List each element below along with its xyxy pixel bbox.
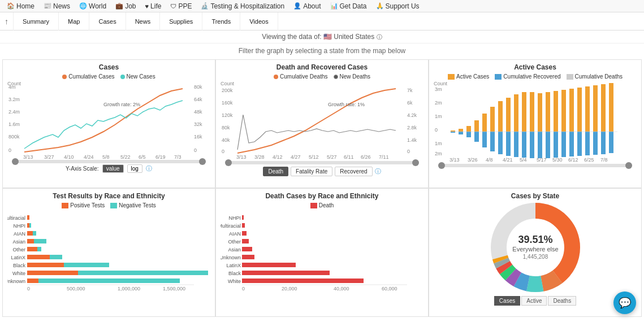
home-icon: 🏠 <box>7 2 15 10</box>
death-svg: Count 200k 160k 120k 80k 40k 0 7k 6k 4.2… <box>221 81 424 160</box>
news-icon: 📰 <box>44 2 51 10</box>
svg-rect-123 <box>27 279 38 283</box>
positive-tests-rect <box>62 203 68 208</box>
svg-text:4/10: 4/10 <box>64 154 74 160</box>
new-deaths-label: New Deaths <box>340 73 370 80</box>
cases-slider-left[interactable] <box>12 158 19 165</box>
cases-chart-title: Cases <box>7 63 210 71</box>
svg-text:120k: 120k <box>222 112 233 118</box>
svg-text:1,500,000: 1,500,000 <box>163 286 185 291</box>
svg-rect-129 <box>50 255 62 259</box>
cases-tab[interactable]: Cases <box>494 296 520 306</box>
svg-rect-92 <box>593 132 598 155</box>
svg-text:200k: 200k <box>222 88 233 93</box>
svg-text:3.2m: 3.2m <box>8 97 20 102</box>
svg-text:6/25: 6/25 <box>584 157 594 163</box>
fatality-rate-button[interactable]: Fatality Rate <box>291 167 332 176</box>
sub-news[interactable]: News <box>126 12 161 31</box>
deaths-tab[interactable]: Deaths <box>548 296 576 306</box>
race-test-chart-panel: Test Results by Race and Ethnicity Posit… <box>2 188 215 317</box>
active-tab[interactable]: Active <box>521 296 547 306</box>
nav-support[interactable]: 🙏 Support Us <box>371 0 424 12</box>
svg-rect-86 <box>546 132 550 158</box>
svg-text:Multiracial: Multiracial <box>221 223 241 229</box>
cumulative-recovered-rect <box>495 74 502 80</box>
svg-rect-82 <box>514 132 518 157</box>
svg-text:0: 0 <box>194 147 197 153</box>
scale-log-button[interactable]: log <box>127 164 142 173</box>
svg-text:0: 0 <box>242 286 245 291</box>
negative-tests-label: Negative Tests <box>119 202 155 208</box>
scroll-up-button[interactable]: ↑ <box>0 12 14 31</box>
svg-text:32k: 32k <box>194 121 202 127</box>
death-slider[interactable] <box>225 161 419 164</box>
svg-text:0: 0 <box>27 286 30 291</box>
nav-home[interactable]: 🏠 Home <box>2 0 39 12</box>
svg-rect-70 <box>585 86 590 132</box>
svg-rect-153 <box>242 263 296 267</box>
sub-videos[interactable]: Videos <box>240 12 278 31</box>
active-chart-panel: Active Cases Active Cases Cumulative Rec… <box>429 59 642 188</box>
sub-map-label: Map <box>68 18 80 25</box>
scale-value-button[interactable]: value <box>102 164 124 173</box>
svg-text:20,000: 20,000 <box>282 286 297 291</box>
death-slider-left[interactable] <box>225 159 232 166</box>
sub-trends[interactable]: Trends <box>202 12 240 31</box>
nav-life[interactable]: ♥ Life <box>141 0 166 12</box>
sub-cases[interactable]: Cases <box>89 12 126 31</box>
svg-rect-147 <box>242 215 244 220</box>
svg-rect-148 <box>242 223 245 228</box>
nav-testing[interactable]: 🔬 Testing & Hospitalization <box>196 0 289 12</box>
svg-text:1,000,000: 1,000,000 <box>118 286 140 291</box>
svg-text:White: White <box>228 279 241 284</box>
svg-text:0: 0 <box>435 127 438 133</box>
svg-text:Asian: Asian <box>12 239 25 245</box>
svg-text:64k: 64k <box>194 97 202 102</box>
cases-slider[interactable] <box>12 160 206 163</box>
nav-job[interactable]: 💼 Job <box>111 0 140 12</box>
nav-world-label: World <box>89 2 106 10</box>
active-slider[interactable] <box>438 164 632 167</box>
new-deaths-dot <box>334 75 338 79</box>
svg-rect-56 <box>474 120 479 132</box>
active-slider-right[interactable] <box>625 162 632 169</box>
svg-text:1m: 1m <box>435 114 442 119</box>
sub-supplies[interactable]: Supplies <box>160 12 202 31</box>
svg-text:1.4k: 1.4k <box>407 137 417 143</box>
nav-news[interactable]: 📰 News <box>39 0 75 12</box>
svg-text:1m: 1m <box>435 141 442 146</box>
nav-ppe[interactable]: 🛡 PPE <box>166 0 196 12</box>
svg-rect-60 <box>506 98 511 132</box>
svg-text:AIAN: AIAN <box>14 231 25 237</box>
svg-rect-75 <box>459 132 463 134</box>
nav-about[interactable]: 👤 About <box>289 0 325 12</box>
cases-slider-right[interactable] <box>199 158 206 165</box>
death-button[interactable]: Death <box>263 167 288 176</box>
main-grid: Cases Cumulative Cases New Cases 4m 3.2m… <box>0 57 644 319</box>
nav-get-data[interactable]: 📊 Get Data <box>326 0 371 12</box>
death-info-icon: ⓘ <box>375 167 381 176</box>
svg-text:4/8: 4/8 <box>486 157 493 163</box>
svg-rect-76 <box>466 132 471 137</box>
nav-world[interactable]: 🌐 World <box>75 0 111 12</box>
death-slider-right[interactable] <box>412 159 419 166</box>
active-slider-left[interactable] <box>438 162 445 169</box>
svg-text:Black: Black <box>13 263 26 268</box>
svg-text:48k: 48k <box>194 109 202 115</box>
svg-text:Everywhere else: Everywhere else <box>512 246 558 253</box>
svg-text:1,445,208: 1,445,208 <box>522 254 548 260</box>
race-test-svg: Multiracial NHPI AIAN Asian Other LatinX… <box>7 210 211 291</box>
svg-text:Count: Count <box>434 81 448 86</box>
recovered-button[interactable]: Recovered <box>335 167 372 176</box>
sub-map[interactable]: Map <box>59 12 89 31</box>
sub-summary[interactable]: Summary <box>14 12 59 31</box>
chat-bubble[interactable]: 💬 <box>613 291 636 314</box>
svg-text:39.51%: 39.51% <box>518 234 552 245</box>
svg-rect-65 <box>546 92 550 132</box>
state-tabs: Cases Active Deaths <box>434 296 637 306</box>
svg-text:5/4: 5/4 <box>520 157 527 163</box>
active-svg: Count 3m 2m 1m 0 1m 2m <box>434 81 637 163</box>
new-deaths-legend: New Deaths <box>334 73 370 80</box>
svg-rect-78 <box>482 132 487 147</box>
svg-text:160k: 160k <box>222 100 233 106</box>
